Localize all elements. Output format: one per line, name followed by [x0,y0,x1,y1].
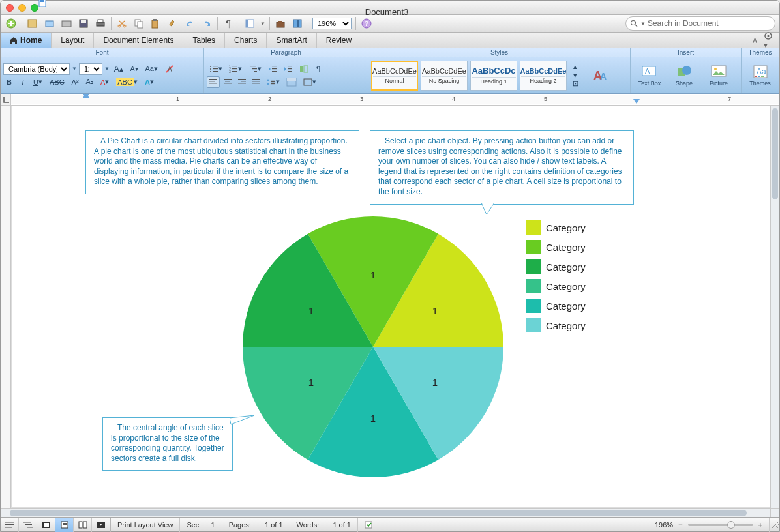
tab-charts[interactable]: Charts [225,33,267,48]
style-no-spacing[interactable]: AaBbCcDdEe No Spacing [421,61,468,91]
paste-button[interactable] [149,16,162,31]
open-remote-button[interactable] [60,16,73,31]
resize-grip[interactable] [769,518,779,532]
print-button[interactable] [94,16,107,31]
subscript-button[interactable]: A₂ [83,76,96,88]
tab-document-elements[interactable]: Document Elements [94,33,183,48]
search-box[interactable]: ▼ [625,16,775,31]
superscript-button[interactable]: A² [69,76,82,88]
picture-button[interactable]: Picture [702,61,735,91]
horizontal-scrollbar[interactable] [1,509,770,517]
clear-format-button[interactable]: A [162,63,177,75]
save-button[interactable] [77,16,90,31]
text-effects-button[interactable]: A▾ [142,76,157,88]
ribbon-collapse-button[interactable]: ʌ [753,36,757,45]
media-button[interactable] [291,16,304,31]
new-from-template-button[interactable] [26,16,39,31]
new-button[interactable] [5,16,18,31]
words-indicator[interactable]: Words: 1 of 1 [290,518,358,532]
textbox-button[interactable]: A Text Box [633,61,666,91]
line-spacing-button[interactable]: ▾ [264,76,282,88]
align-left-button[interactable] [207,76,220,88]
minimize-window-button[interactable] [18,4,26,12]
format-painter-button[interactable] [166,16,179,31]
open-button[interactable] [43,16,56,31]
text-direction-button[interactable] [297,63,311,75]
copy-button[interactable] [132,16,145,31]
grow-font-button[interactable]: A▴ [112,63,126,75]
tab-selector-icon[interactable] [2,95,11,104]
undo-button[interactable] [183,16,196,31]
style-normal[interactable]: AaBbCcDdEe Normal [371,61,418,91]
close-window-button[interactable] [6,4,14,12]
borders-button[interactable]: ▾ [301,76,319,88]
zoom-window-button[interactable] [31,4,38,12]
strike-button[interactable]: ABC [47,76,67,88]
font-color-button[interactable]: A▾ [98,76,112,88]
themes-button[interactable]: Aa Themes [744,61,776,91]
bullets-button[interactable]: ▾ [207,63,225,75]
search-input[interactable] [648,19,771,28]
ribbon-options-button[interactable]: ▾ [764,31,773,50]
zoom-value[interactable]: 196% [655,521,673,529]
section-indicator[interactable]: Sec 1 [180,518,222,532]
svg-rect-5 [28,20,37,27]
svg-rect-31 [213,66,218,66]
bold-button[interactable]: B [3,76,15,88]
tab-layout[interactable]: Layout [52,33,94,48]
cut-button[interactable] [115,16,128,31]
help-button[interactable]: ? [360,16,373,31]
shape-button[interactable]: Shape [668,61,700,91]
zoom-in-button[interactable]: + [758,521,762,529]
spellcheck-button[interactable] [358,518,382,532]
callout-box-1[interactable]: A Pie Chart is a circular chart divided … [85,130,359,194]
italic-button[interactable]: I [17,76,29,88]
font-size-select[interactable]: 12 [79,63,102,75]
draft-view-button[interactable] [1,518,19,532]
multilevel-button[interactable]: ▾ [246,63,264,75]
tab-home[interactable]: Home [1,33,52,48]
pie-chart[interactable]: 1 1 1 1 1 1 [243,216,503,477]
inc-indent-button[interactable] [281,63,295,75]
vertical-ruler[interactable] [1,106,11,508]
sidebar-button[interactable] [243,16,256,31]
print-layout-view-button[interactable] [55,518,74,532]
svg-rect-50 [288,71,292,72]
pages-indicator[interactable]: Pages: 1 of 1 [222,518,290,532]
justify-button[interactable] [250,76,263,88]
tab-tables[interactable]: Tables [183,33,225,48]
page[interactable]: A Pie Chart is a circular chart divided … [11,106,770,508]
style-heading2[interactable]: AaBbCcDdEe Heading 2 [520,61,567,91]
tab-review[interactable]: Review [317,33,361,48]
redo-button[interactable] [200,16,213,31]
style-heading1[interactable]: AaBbCcDc Heading 1 [470,61,517,91]
outline-view-button[interactable] [19,518,37,532]
change-case-button[interactable]: Aa▾ [143,63,160,75]
font-name-select[interactable]: Cambria (Body) [3,63,70,75]
tab-smartart[interactable]: SmartArt [267,33,316,48]
styles-scroll-button[interactable]: ▴▾⊡ [569,61,581,91]
callout-box-3[interactable]: The central angle of each slice is propo… [102,417,233,471]
vertical-scrollbar[interactable] [770,106,779,508]
svg-rect-62 [241,81,246,81]
zoom-select[interactable]: 196% [312,18,352,29]
zoom-slider[interactable] [688,524,753,526]
show-marks-button[interactable]: ¶ [222,16,235,31]
zoom-out-button[interactable]: − [678,521,682,529]
shading-button[interactable] [284,76,299,88]
toolbox-button[interactable] [274,16,287,31]
shrink-font-button[interactable]: A▾ [128,63,141,75]
underline-button[interactable]: U▾ [31,76,45,88]
horizontal-ruler[interactable]: 1 2 3 4 5 7 [1,94,779,106]
show-hide-button[interactable]: ¶ [312,63,324,75]
align-center-button[interactable] [221,76,234,88]
fullscreen-view-button[interactable] [92,518,110,532]
callout-box-2[interactable]: Select a pie chart object. By pressing a… [370,130,634,205]
highlight-button[interactable]: ABC▾ [113,76,140,88]
numbering-button[interactable]: 123▾ [226,63,245,75]
publishing-view-button[interactable] [37,518,55,532]
styles-pane-button[interactable]: AA [584,61,616,91]
notebook-view-button[interactable] [74,518,92,532]
align-right-button[interactable] [235,76,248,88]
dec-indent-button[interactable] [265,63,280,75]
